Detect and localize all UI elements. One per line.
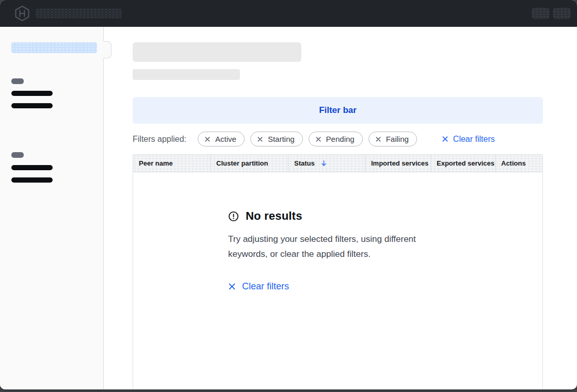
column-header-label: Status xyxy=(294,159,315,167)
column-header-label: Exported services xyxy=(437,159,494,167)
app-window: Filter bar Filters applied: Active Start… xyxy=(0,0,577,389)
sidebar-item-selected-skeleton[interactable] xyxy=(11,42,97,53)
sidebar xyxy=(0,27,104,389)
nav-action-skeleton[interactable] xyxy=(553,8,571,19)
sidebar-item-skeleton[interactable] xyxy=(11,177,53,183)
hashicorp-logo-icon xyxy=(14,5,30,22)
arrow-down-icon[interactable] xyxy=(320,160,327,167)
sidebar-item-skeleton[interactable] xyxy=(11,91,53,96)
column-header-label: Peer name xyxy=(139,159,173,167)
x-icon[interactable] xyxy=(375,136,381,142)
empty-state-clear-filters-label: Clear filters xyxy=(242,281,289,292)
page-subtitle-skeleton xyxy=(133,69,240,80)
sidebar-item-skeleton[interactable] xyxy=(11,103,53,108)
filter-bar-label: Filter bar xyxy=(319,105,357,116)
x-icon[interactable] xyxy=(204,136,211,142)
sidebar-section-label-skeleton xyxy=(11,152,24,158)
empty-state-description: Try adjusting your selected filters, usi… xyxy=(228,232,447,262)
alert-circle-icon xyxy=(228,211,239,222)
search-input-skeleton[interactable] xyxy=(36,8,122,19)
column-header-actions: Actions xyxy=(495,155,542,172)
clear-filters-link[interactable]: Clear filters xyxy=(442,135,495,144)
column-header-cluster-partition: Cluster partition xyxy=(210,155,288,172)
table-header-row: Peer name Cluster partition Status Impor… xyxy=(133,155,542,172)
column-header-exported-services: Exported services xyxy=(430,155,495,172)
sidebar-toggle[interactable] xyxy=(103,41,111,58)
x-icon xyxy=(228,283,236,290)
sidebar-item-skeleton[interactable] xyxy=(11,165,53,170)
empty-state-header: No results xyxy=(228,209,447,223)
column-header-label: Cluster partition xyxy=(216,159,268,167)
empty-state-title: No results xyxy=(246,209,302,223)
main-content: Filter bar Filters applied: Active Start… xyxy=(104,27,577,389)
column-header-label: Imported services xyxy=(371,159,428,167)
nav-action-skeleton[interactable] xyxy=(532,8,550,19)
filter-pill-label: Starting xyxy=(268,135,295,143)
clear-filters-label: Clear filters xyxy=(453,135,495,144)
column-header-label: Actions xyxy=(501,159,526,167)
filters-applied-label: Filters applied: xyxy=(133,135,186,144)
column-header-peer-name: Peer name xyxy=(133,155,210,172)
empty-state-clear-filters-link[interactable]: Clear filters xyxy=(228,281,289,292)
peers-table: Peer name Cluster partition Status Impor… xyxy=(133,154,543,389)
filter-pill-pending[interactable]: Pending xyxy=(309,132,363,146)
sidebar-section-label-skeleton xyxy=(11,78,24,84)
filter-pill-failing[interactable]: Failing xyxy=(368,132,417,146)
table-body: No results Try adjusting your selected f… xyxy=(133,209,542,389)
column-header-status[interactable]: Status xyxy=(288,155,365,172)
empty-state: No results Try adjusting your selected f… xyxy=(228,209,447,292)
filter-pill-label: Failing xyxy=(386,135,409,143)
column-header-imported-services: Imported services xyxy=(365,155,430,172)
x-icon[interactable] xyxy=(257,136,263,142)
filter-pill-label: Active xyxy=(215,135,236,143)
x-icon xyxy=(442,136,448,142)
page-title-skeleton xyxy=(133,42,301,62)
filter-pill-active[interactable]: Active xyxy=(198,132,245,146)
x-icon[interactable] xyxy=(315,136,322,142)
filter-pill-label: Pending xyxy=(326,135,355,143)
top-navbar xyxy=(0,0,577,27)
filter-pill-starting[interactable]: Starting xyxy=(250,132,303,146)
filter-bar-banner: Filter bar xyxy=(133,97,543,124)
applied-filters-row: Filters applied: Active Starting Pending xyxy=(133,132,543,146)
